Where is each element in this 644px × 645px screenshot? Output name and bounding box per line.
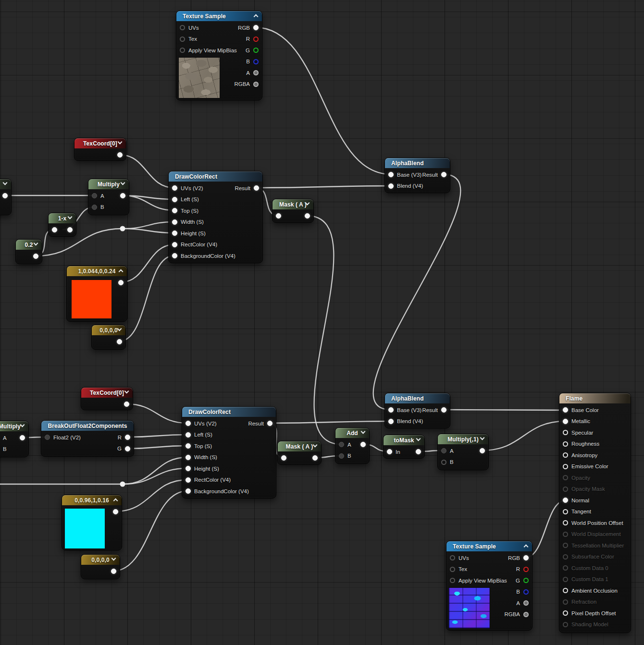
pin-pin[interactable] — [124, 402, 129, 407]
pin-pin[interactable] — [2, 193, 8, 198]
custom-data-1-pin[interactable] — [563, 577, 568, 582]
const-black-2-titlebar[interactable]: 0,0,0,0 — [81, 555, 120, 565]
g-pin[interactable] — [125, 446, 130, 451]
chevron-down-icon[interactable] — [118, 140, 123, 145]
chevron-down-icon[interactable] — [361, 429, 366, 434]
chevron-up-icon[interactable] — [113, 499, 118, 503]
node-breakout-float2[interactable]: BreakOutFloat2ComponentsFloat2 (V2)RG — [41, 420, 134, 457]
a-pin[interactable] — [92, 193, 97, 198]
opacity-mask-pin[interactable] — [563, 487, 568, 492]
apply-view-mipbias-pin[interactable] — [450, 578, 455, 583]
add-titlebar[interactable]: Add — [335, 428, 369, 438]
shading-model-pin[interactable] — [563, 622, 568, 627]
b-pin[interactable] — [253, 59, 259, 64]
tangent-pin[interactable] — [563, 509, 568, 514]
height-s-pin[interactable] — [172, 231, 177, 236]
apply-view-mipbias-pin[interactable] — [180, 48, 185, 53]
pin-pin[interactable] — [276, 213, 281, 219]
rectcolor-v4-pin[interactable] — [172, 242, 177, 247]
node-texcoord-2[interactable]: TexCoord[0] — [81, 387, 133, 410]
pixel-depth-offset-pin[interactable] — [563, 610, 568, 616]
specular-pin[interactable] — [563, 430, 568, 435]
tex-pin[interactable] — [450, 567, 455, 572]
pin-pin[interactable] — [117, 339, 122, 344]
a-pin[interactable] — [523, 600, 529, 606]
chevron-down-icon[interactable] — [480, 436, 485, 440]
b-pin[interactable] — [339, 453, 344, 459]
chevron-down-icon[interactable] — [313, 443, 318, 448]
node-const-orange[interactable]: 1,0.044,0,0.24 — [66, 266, 127, 322]
node-drawcolorrect-1[interactable]: DrawColorRectUVs (V2)ResultLeft (S)Top (… — [168, 171, 263, 263]
pin-pin[interactable] — [33, 254, 38, 259]
chevron-up-icon[interactable] — [524, 545, 529, 549]
texcoord-1-titlebar[interactable]: TexCoord[0] — [74, 138, 126, 148]
node-const-cyan[interactable]: 0,0.96,1,0.16 — [62, 495, 122, 550]
node-add[interactable]: AddAB — [335, 427, 370, 464]
texcoord-2-titlebar[interactable]: TexCoord[0] — [81, 388, 133, 398]
blend-v4-pin[interactable] — [388, 419, 394, 424]
chevron-down-icon[interactable] — [68, 215, 73, 219]
uvs-v2-pin[interactable] — [172, 185, 177, 191]
pin-pin[interactable] — [118, 280, 124, 285]
drawcolorrect-1-titlebar[interactable]: DrawColorRect — [169, 171, 262, 182]
pin-pin[interactable] — [113, 509, 118, 514]
rgb-pin[interactable] — [523, 555, 529, 560]
subsurface-color-pin[interactable] — [563, 554, 568, 560]
r-pin[interactable] — [125, 435, 130, 440]
pin-pin[interactable] — [312, 455, 318, 461]
uvs-pin[interactable] — [450, 555, 455, 560]
node-flame[interactable]: FlameBase ColorMetallicSpecularRoughness… — [559, 393, 631, 633]
pin-pin[interactable] — [416, 449, 421, 454]
pin-pin[interactable] — [20, 435, 25, 440]
node-alphablend-1[interactable]: AlphaBlendBase (V3)ResultBlend (V4) — [384, 158, 450, 193]
flame-titlebar[interactable]: Flame — [559, 393, 631, 403]
pin-pin[interactable] — [360, 442, 366, 447]
chevron-down-icon[interactable] — [3, 181, 8, 185]
texture-sample-1-titlebar[interactable]: Texture Sample — [176, 11, 262, 21]
drawcolorrect-2-titlebar[interactable]: DrawColorRect — [182, 407, 276, 417]
base-v3-pin[interactable] — [388, 407, 394, 413]
left-s-pin[interactable] — [186, 432, 191, 438]
g-pin[interactable] — [523, 578, 529, 583]
const-orange-color-swatch[interactable] — [71, 280, 112, 319]
result-pin[interactable] — [254, 185, 259, 191]
rgba-pin[interactable] — [253, 82, 259, 87]
breakout-float2-titlebar[interactable]: BreakOutFloat2Components — [41, 421, 134, 431]
node-mask-2[interactable]: Mask ( A ) — [277, 441, 322, 465]
a-pin[interactable] — [339, 442, 344, 447]
in-pin[interactable] — [387, 449, 392, 454]
node-drawcolorrect-2[interactable]: DrawColorRectUVs (V2)ResultLeft (S)Top (… — [182, 406, 276, 499]
multiply-1-titlebar[interactable]: Multiply — [88, 179, 129, 189]
mask-1-titlebar[interactable]: Mask ( A ) — [272, 199, 313, 209]
height-s-pin[interactable] — [186, 466, 191, 471]
width-s-pin[interactable] — [172, 219, 177, 225]
one-minus-x-titlebar[interactable]: 1-x — [49, 213, 76, 223]
tomask-titlebar[interactable]: toMask — [384, 435, 424, 445]
node-texcoord-1[interactable]: TexCoord[0] — [74, 138, 126, 161]
node-multiply-2[interactable]: MultiplyAB — [0, 421, 29, 457]
node-one-minus-x[interactable]: 1-x — [48, 213, 76, 237]
chevron-down-icon[interactable] — [124, 389, 129, 394]
node-mask-1[interactable]: Mask ( A ) — [272, 199, 314, 223]
alphablend-1-titlebar[interactable]: AlphaBlend — [385, 158, 450, 168]
r-pin[interactable] — [253, 37, 259, 42]
normal-pin[interactable] — [563, 498, 568, 503]
tessellation-multiplier-pin[interactable] — [563, 543, 568, 548]
material-graph-canvas[interactable]: Texture SampleUVsRGBTexRApply View MipBi… — [0, 0, 644, 645]
multiply-2-titlebar[interactable]: Multiply — [0, 421, 28, 431]
uvs-v2-pin[interactable] — [186, 421, 191, 426]
chevron-up-icon[interactable] — [254, 14, 259, 19]
backgroundcolor-v4-pin[interactable] — [172, 253, 177, 258]
top-s-pin[interactable] — [186, 443, 191, 449]
opacity-pin[interactable] — [563, 475, 568, 480]
mask-2-titlebar[interactable]: Mask ( A ) — [278, 441, 321, 451]
offscreen-node-titlebar[interactable] — [0, 179, 11, 189]
chevron-down-icon[interactable] — [111, 556, 116, 561]
base-color-pin[interactable] — [563, 407, 568, 413]
pin-pin[interactable] — [52, 227, 57, 232]
alphablend-2-titlebar[interactable]: AlphaBlend — [385, 393, 450, 403]
chevron-down-icon[interactable] — [121, 181, 125, 185]
pin-pin[interactable] — [120, 193, 125, 198]
const-black-1-titlebar[interactable]: 0,0,0,0 — [92, 325, 125, 335]
pin-pin[interactable] — [67, 227, 73, 232]
